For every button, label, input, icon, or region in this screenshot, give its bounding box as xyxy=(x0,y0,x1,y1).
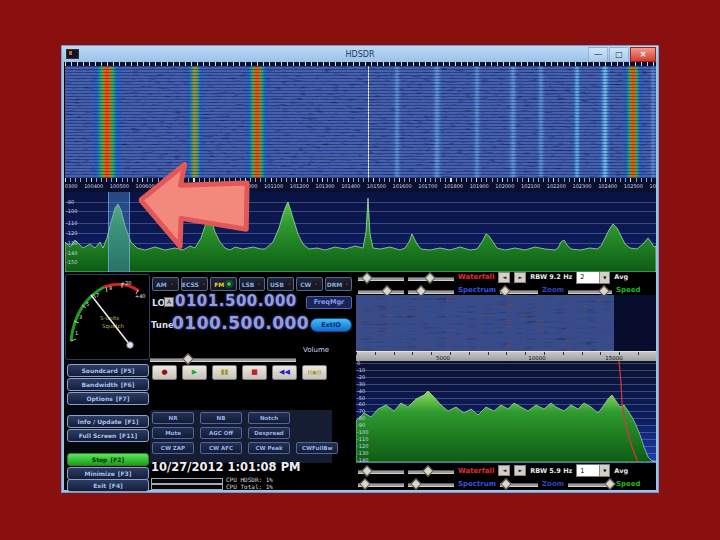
slider-thumb[interactable] xyxy=(423,465,434,476)
nr-button[interactable]: NR xyxy=(152,412,194,424)
options-button[interactable]: Options[F7] xyxy=(67,392,149,405)
audio-db-tick-label: -130 xyxy=(357,449,368,455)
brightness-slider[interactable] xyxy=(358,273,404,282)
play-button[interactable]: ▶ xyxy=(182,365,207,380)
despread-button[interactable]: Despread xyxy=(248,427,290,439)
contrast-slider[interactable] xyxy=(408,273,454,282)
datetime-display: 10/27/2012 1:01:08 PM xyxy=(151,460,301,474)
mode-button-usb[interactable]: USB xyxy=(267,277,294,291)
freq-tick-label: 102400 xyxy=(598,183,617,189)
cpu-usage-text: CPU HDSDR: 1%CPU Total: 1% xyxy=(226,476,273,490)
audio-spectrum-display[interactable]: 0-10-20-30-40-50-60-70-80-90-100-110-120… xyxy=(356,361,656,463)
spin-right-button[interactable]: ► xyxy=(514,465,526,476)
notch-button[interactable]: Notch xyxy=(248,412,290,424)
cwfullbw-button[interactable]: CWFullBw xyxy=(296,442,338,454)
pause-button[interactable]: ▮▮ xyxy=(212,365,237,380)
waterfall-signal-band xyxy=(599,66,611,178)
right-display-panel: Waterfall◄►RBW 9.2 Hz2▼AvgSpectrumZoomSp… xyxy=(356,272,656,490)
avg-select[interactable]: 2▼ xyxy=(576,271,610,284)
freq-tick-label: 100400 xyxy=(84,183,103,189)
rewind-button[interactable]: ◀◀ xyxy=(272,365,297,380)
tune-label: Tune xyxy=(151,320,174,330)
mode-label: LSB xyxy=(242,281,255,288)
slider-thumb[interactable] xyxy=(604,478,615,489)
mode-button-lsb[interactable]: LSB xyxy=(239,277,266,291)
lo-lock-icon[interactable]: A xyxy=(164,297,174,307)
slider-thumb[interactable] xyxy=(424,272,435,283)
dropdown-arrow-icon[interactable]: ▼ xyxy=(599,272,609,283)
slider-thumb[interactable] xyxy=(500,478,511,489)
slider-thumb[interactable] xyxy=(362,272,373,283)
spin-right-button[interactable]: ► xyxy=(514,272,526,283)
mode-label: FM xyxy=(214,281,224,288)
dropdown-arrow-icon[interactable]: ▼ xyxy=(599,465,609,476)
meter-scale-1: 1 xyxy=(75,330,78,336)
slider-thumb[interactable] xyxy=(410,478,421,489)
soundcard-button[interactable]: Soundcard[F5] xyxy=(67,364,149,377)
exit-button[interactable]: Exit[F4] xyxy=(67,479,149,492)
waterfall-signal-band xyxy=(432,66,442,178)
volume-slider[interactable] xyxy=(150,354,296,363)
titlebar[interactable]: HDSDR — □ × xyxy=(62,46,658,62)
zoom-slider[interactable] xyxy=(500,479,538,488)
transport-controls: ●▶▮▮■◀◀((●)) xyxy=(152,365,327,380)
minimize-window-button[interactable]: — xyxy=(588,47,608,62)
dsp-row: MuteAGC OffDespread xyxy=(152,427,332,439)
freqmgr-button[interactable]: FreqMgr xyxy=(306,296,352,309)
min-level-slider[interactable] xyxy=(358,479,404,488)
mode-label: AM xyxy=(156,281,167,288)
speed-slider[interactable] xyxy=(568,479,612,488)
freq-tick-label: 102100 xyxy=(521,183,540,189)
nb-button[interactable]: NB xyxy=(200,412,242,424)
slider-thumb[interactable] xyxy=(359,478,370,489)
max-level-slider[interactable] xyxy=(408,286,454,295)
hdsdr-window: HDSDR — □ × 1003001004001005001006001007… xyxy=(62,46,658,492)
stop-playback-button[interactable]: ■ xyxy=(242,365,267,380)
cw-afc-button[interactable]: CW AFC xyxy=(200,442,242,454)
mode-button-fm[interactable]: FM xyxy=(210,277,237,291)
avg-value: 2 xyxy=(577,273,599,281)
lo-frequency-value[interactable]: 0101.500.000 xyxy=(175,292,297,310)
slider-thumb[interactable] xyxy=(362,465,373,476)
audio-waterfall-display[interactable] xyxy=(356,295,656,351)
tune-frequency-value[interactable]: 0100.500.000 xyxy=(172,313,309,333)
waterfall-signal-band xyxy=(537,66,545,178)
annotation-arrow xyxy=(133,154,261,266)
filter-stopband-shade xyxy=(614,295,656,351)
bandwidth-button[interactable]: Bandwidth[F6] xyxy=(67,378,149,391)
mode-button-cw[interactable]: CW xyxy=(296,277,323,291)
button-hotkey: [F11] xyxy=(119,432,137,439)
mode-button-drm[interactable]: DRM xyxy=(325,277,352,291)
db-tick-label: -100 xyxy=(66,208,77,214)
close-window-button[interactable]: × xyxy=(630,47,656,62)
maximize-window-button[interactable]: □ xyxy=(609,47,629,62)
cw-peak-button[interactable]: CW Peak xyxy=(248,442,290,454)
record-button[interactable]: ● xyxy=(152,365,177,380)
cw-zap-button[interactable]: CW ZAP xyxy=(152,442,194,454)
zoom-slider[interactable] xyxy=(500,286,538,295)
speed-slider[interactable] xyxy=(568,286,612,295)
extio-button[interactable]: ExtIO xyxy=(310,318,352,332)
audio-db-tick-label: -70 xyxy=(357,408,365,414)
max-level-slider[interactable] xyxy=(408,479,454,488)
brightness-slider[interactable] xyxy=(358,466,404,475)
fullscreen-button[interactable]: Full Screen[F11] xyxy=(67,429,149,442)
rf-button[interactable]: ((●)) xyxy=(302,365,327,380)
tuning-highlight[interactable] xyxy=(108,192,130,272)
min-level-slider[interactable] xyxy=(358,286,404,295)
mute-button[interactable]: Mute xyxy=(152,427,194,439)
info-update-button[interactable]: Info / Update[F1] xyxy=(67,415,149,428)
mode-button-ecss[interactable]: ECSS xyxy=(181,277,208,291)
contrast-slider[interactable] xyxy=(408,466,454,475)
spin-left-button[interactable]: ◄ xyxy=(498,465,510,476)
freq-tick-label: 101600 xyxy=(393,183,412,189)
db-tick-label: -140 xyxy=(66,250,77,256)
agc-off-button[interactable]: AGC Off xyxy=(200,427,242,439)
audio-spectrum-controls: Waterfall◄►RBW 5.9 Hz1▼AvgSpectrumZoomSp… xyxy=(356,464,656,490)
spin-left-button[interactable]: ◄ xyxy=(498,272,510,283)
freq-tick-label: 100500 xyxy=(110,183,129,189)
mode-button-am[interactable]: AM xyxy=(152,277,179,291)
stop-button[interactable]: Stop[F2] xyxy=(67,453,149,466)
mode-label: ECSS xyxy=(182,281,199,288)
avg-select[interactable]: 1▼ xyxy=(576,464,610,477)
